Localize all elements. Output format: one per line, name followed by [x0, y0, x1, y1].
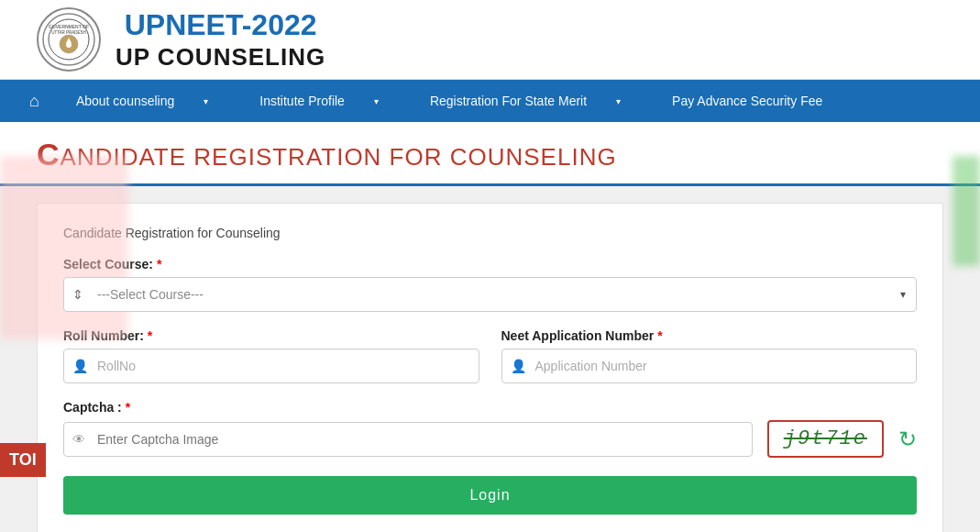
blurred-left-panel	[0, 156, 128, 339]
institute-profile-arrow: ▾	[361, 80, 391, 122]
svg-point-6	[66, 42, 72, 48]
neet-app-icon: 👤	[511, 359, 526, 373]
page-title: CANDIDATE REGISTRATION FOR COUNSELING	[37, 137, 943, 172]
title-year: 2022	[251, 8, 316, 41]
title-rest: ANDIDATE REGISTRATION FOR COUNSELING	[61, 143, 617, 171]
title-upneet: UPNEET-	[125, 8, 252, 41]
neet-app-label: Neet Application Number *	[501, 328, 918, 343]
select-course-dropdown[interactable]: ---Select Course---	[63, 277, 917, 312]
about-counseling-arrow: ▾	[191, 80, 221, 122]
select-course-required: *	[157, 257, 161, 272]
state-merit-arrow: ▾	[603, 80, 633, 122]
nav-institute-profile[interactable]: Institute Profile ▾	[234, 80, 404, 122]
svg-text:GOVERNMENT OF: GOVERNMENT OF	[49, 24, 89, 29]
captcha-label: Captcha : *	[63, 400, 917, 415]
captcha-text: j9t71e	[784, 427, 867, 450]
nav-about-counseling[interactable]: About counseling ▾	[50, 80, 234, 122]
captcha-image-box: j9t71e	[767, 420, 884, 458]
svg-text:UTTAR PRADESH: UTTAR PRADESH	[51, 30, 86, 35]
select-course-label: Select Course: *	[63, 257, 917, 272]
site-header: GOVERNMENT OF UTTAR PRADESH UPNEET-2022 …	[0, 0, 980, 80]
roll-number-input[interactable]	[63, 349, 479, 383]
navbar: ⌂ About counseling ▾ Institute Profile ▾…	[0, 80, 980, 122]
title-line2: UP COUNSELING	[116, 43, 325, 72]
title-line1: UPNEET-2022	[125, 7, 317, 42]
captcha-row: 👁 j9t71e ↻	[63, 420, 917, 458]
neet-app-input[interactable]	[501, 349, 918, 383]
captcha-eye-icon: 👁	[72, 432, 85, 447]
registration-form: Candidate Registration for Counseling Se…	[37, 203, 943, 532]
login-button[interactable]: Login	[63, 476, 917, 515]
captcha-refresh-icon[interactable]: ↻	[898, 427, 917, 452]
roll-required: *	[148, 328, 152, 343]
roll-number-icon: 👤	[72, 359, 88, 373]
logo-emblem: GOVERNMENT OF UTTAR PRADESH	[37, 7, 101, 72]
nav-home[interactable]: ⌂	[18, 80, 50, 122]
nav-pay-advance-security-fee[interactable]: Pay Advance Security Fee	[646, 80, 848, 122]
neet-app-wrapper: 👤	[501, 349, 918, 383]
captcha-input[interactable]	[63, 422, 753, 457]
captcha-required: *	[126, 400, 130, 415]
neet-app-col: Neet Application Number * 👤	[501, 328, 918, 383]
blurred-right-panel	[952, 156, 980, 266]
select-course-wrapper: ⇕ ---Select Course--- ▾	[63, 277, 917, 312]
roll-number-wrapper: 👤	[63, 349, 479, 383]
roll-neet-row: Roll Number: * 👤 Neet Application Number…	[63, 328, 917, 383]
form-subtitle: Candidate Registration for Counseling	[63, 226, 917, 240]
nav-registration-state-merit[interactable]: Registration For State Merit ▾	[404, 80, 646, 122]
site-title: UPNEET-2022 UP COUNSELING	[116, 7, 325, 72]
page-title-area: CANDIDATE REGISTRATION FOR COUNSELING	[0, 122, 980, 186]
toi-badge: TOI	[0, 443, 46, 477]
captcha-input-wrapper: 👁	[63, 422, 753, 457]
neet-required: *	[657, 328, 662, 343]
